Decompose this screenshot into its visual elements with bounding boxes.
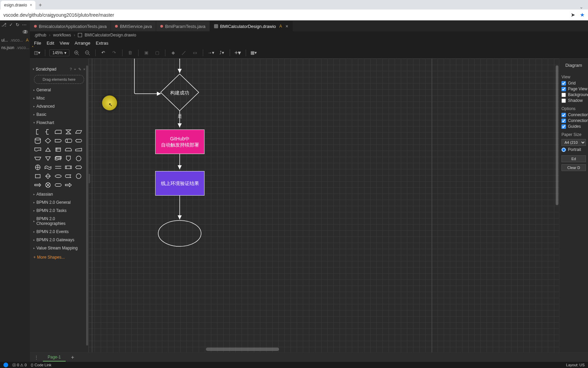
editor-tab-active[interactable]: BMICalculatorDesign.drawio A ×: [210, 21, 293, 31]
shape-transfer[interactable]: [33, 181, 42, 189]
shape-data[interactable]: [74, 128, 83, 136]
more-icon[interactable]: ⋯: [22, 22, 27, 27]
category-vsm[interactable]: Value Stream Mapping: [30, 244, 88, 252]
layout-status[interactable]: Layout: US: [566, 363, 585, 367]
waypoint-icon[interactable]: ⤴▾: [218, 49, 226, 57]
add-icon[interactable]: +: [74, 67, 76, 72]
remote-indicator-icon[interactable]: [3, 363, 8, 367]
delete-icon[interactable]: 🗑: [127, 49, 134, 57]
browser-tab[interactable]: esign.drawio ×: [1, 1, 35, 10]
more-shapes-button[interactable]: +More Shapes...: [30, 252, 88, 262]
shape-or[interactable]: [33, 164, 42, 171]
close-icon[interactable]: ×: [30, 3, 32, 7]
paper-size-select[interactable]: A4 (210 mm x 2: [561, 139, 586, 146]
shape-paper-tape[interactable]: [44, 164, 52, 171]
category-atlassian[interactable]: Atlassian: [30, 190, 88, 198]
check-icon[interactable]: ✓: [9, 22, 13, 27]
edit-button[interactable]: Ed: [561, 155, 586, 162]
zoom-dropdown[interactable]: 145%▾: [49, 49, 69, 56]
shape-manual-op[interactable]: [33, 155, 42, 162]
shape-arrow[interactable]: [64, 181, 73, 189]
problems-button[interactable]: ⓧ 0 ⚠ 0: [12, 363, 27, 368]
shape-annotation[interactable]: [33, 128, 42, 136]
changed-file[interactable]: ul... .vsco... A: [0, 37, 30, 43]
category-bpmn-choreo[interactable]: BPMN 2.0 Choreographies: [30, 215, 88, 228]
insert-icon[interactable]: +▾: [234, 49, 242, 57]
menu-view[interactable]: View: [60, 41, 69, 46]
shape-direct-data[interactable]: [64, 137, 73, 144]
shape-database[interactable]: [33, 137, 42, 144]
shape-sort[interactable]: [44, 172, 52, 180]
scratchpad-header[interactable]: ▾Scratchpad ?+✎×: [30, 65, 88, 73]
clear-button[interactable]: Clear D: [561, 164, 586, 171]
category-basic[interactable]: Basic: [30, 110, 88, 119]
menu-arrange[interactable]: Arrange: [75, 41, 90, 46]
category-advanced[interactable]: Advanced: [30, 102, 88, 110]
category-bpmn-general[interactable]: BPMN 2.0 General: [30, 198, 88, 206]
edit-icon[interactable]: ✎: [78, 67, 81, 72]
shape-multi-doc[interactable]: [54, 155, 63, 162]
redo-icon[interactable]: ↷: [111, 49, 118, 57]
connection-icon[interactable]: →▾: [207, 49, 215, 57]
editor-tab[interactable]: BmiParamTests.java: [156, 21, 210, 31]
shadow-icon[interactable]: ▭: [191, 49, 199, 57]
shape-preparation[interactable]: [74, 164, 83, 171]
decision-node[interactable]: 构建成功: [161, 86, 199, 99]
shapes-scrollbar[interactable]: [86, 65, 88, 346]
source-control-icon[interactable]: ⎇: [1, 22, 6, 27]
shape-connector[interactable]: [74, 155, 83, 162]
zoom-in-icon[interactable]: [73, 49, 80, 57]
shape-decision[interactable]: [44, 137, 52, 144]
guides-checkbox[interactable]: Guides: [561, 124, 586, 129]
breadcrumb-seg[interactable]: BMICalculatorDesign.drawio: [85, 33, 136, 37]
pageview-checkbox[interactable]: Page View: [561, 87, 586, 91]
shape-merge[interactable]: [44, 155, 52, 162]
editor-tab[interactable]: BMIService.java: [111, 21, 156, 31]
category-bpmn-tasks[interactable]: BPMN 2.0 Tasks: [30, 206, 88, 215]
send-icon[interactable]: ➤: [571, 12, 575, 18]
menu-edit[interactable]: Edit: [47, 41, 54, 46]
shape-display[interactable]: [74, 137, 83, 144]
shape-loop-limit[interactable]: [64, 146, 73, 153]
portrait-radio[interactable]: Portrait: [561, 147, 586, 152]
category-bpmn-events[interactable]: BPMN 2.0 Events: [30, 228, 88, 236]
shape-offpage[interactable]: [64, 155, 73, 162]
breadcrumb[interactable]: .github› workflows› BMICalculatorDesign.…: [30, 31, 588, 39]
category-misc[interactable]: Misc: [30, 94, 88, 102]
close-icon[interactable]: ×: [285, 24, 288, 29]
bookmark-star-icon[interactable]: ★: [580, 12, 585, 18]
new-tab-button[interactable]: +: [35, 1, 45, 10]
editor-tab[interactable]: BmicalculatorApplicationTests.java: [30, 21, 111, 31]
background-checkbox[interactable]: Background: [561, 92, 586, 97]
table-icon[interactable]: ▦▾: [250, 49, 258, 57]
zoom-out-icon[interactable]: [84, 49, 91, 57]
shape-terminator2[interactable]: [54, 181, 63, 189]
shape-card[interactable]: [54, 128, 63, 136]
process-node-2[interactable]: 线上环境验证结果: [155, 171, 205, 196]
to-back-icon[interactable]: ▢: [153, 49, 161, 57]
side-panel-icon[interactable]: ◫▾: [33, 49, 41, 57]
shape-process[interactable]: [33, 172, 42, 180]
conn-points-checkbox[interactable]: Connection P: [561, 118, 586, 123]
url-text[interactable]: vscode.dev/github/craigyoung2016/pluto/t…: [3, 12, 571, 18]
drawio-canvas[interactable]: 构建成功 是 GitHub中自动触发持续部署 线上环境验证结果: [88, 59, 559, 352]
conn-arrows-checkbox[interactable]: Connection A: [561, 112, 586, 117]
process-node-1[interactable]: GitHub中自动触发持续部署: [155, 129, 205, 154]
shape-manual-input[interactable]: [74, 146, 83, 153]
shape-stored-data[interactable]: [64, 172, 73, 180]
expand-icon[interactable]: ⌄: [575, 4, 588, 10]
grid-checkbox[interactable]: Grid: [561, 81, 586, 86]
shape-internal-storage[interactable]: [54, 146, 63, 153]
line-color-icon[interactable]: ／: [180, 49, 188, 57]
page-tab-1[interactable]: Page-1: [43, 353, 66, 362]
fill-icon[interactable]: ◆: [169, 49, 177, 57]
shadow-checkbox[interactable]: Shadow: [561, 98, 586, 103]
scratchpad-dropzone[interactable]: Drag elements here: [34, 75, 84, 84]
undo-icon[interactable]: ↶: [100, 49, 107, 57]
shape-annotation2[interactable]: [44, 128, 52, 136]
canvas-h-scrollbar[interactable]: [206, 348, 279, 351]
canvas-v-scrollbar[interactable]: [556, 65, 558, 205]
to-front-icon[interactable]: ▣: [143, 49, 150, 57]
code-link-button[interactable]: ⟨⟩ Code Link: [31, 363, 51, 367]
breadcrumb-seg[interactable]: .github: [34, 33, 46, 37]
